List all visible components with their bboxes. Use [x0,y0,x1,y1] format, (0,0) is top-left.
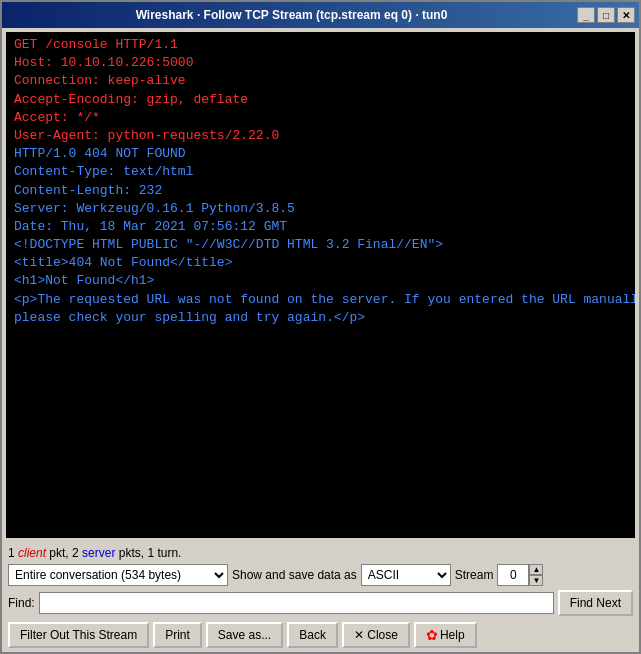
spin-buttons: ▲ ▼ [529,564,543,586]
content-line: GET /console HTTP/1.1 [14,36,627,54]
encoding-dropdown[interactable]: ASCII Hex Dump C Arrays Raw YAML [361,564,451,586]
find-input[interactable] [39,592,554,614]
stats-suffix: pkts, 1 turn. [115,546,181,560]
stream-spinner: ▲ ▼ [497,564,543,586]
action-row: Filter Out This Stream Print Save as... … [8,622,633,648]
conversation-dropdown[interactable]: Entire conversation (534 bytes) [8,564,228,586]
controls-row: Entire conversation (534 bytes) Show and… [8,564,633,586]
bottom-panel: 1 client pkt, 2 server pkts, 1 turn. Ent… [2,542,639,652]
close-button-action[interactable]: ✕ Close [342,622,410,648]
content-line: Content-Length: 232 [14,182,627,200]
stream-down-button[interactable]: ▼ [529,575,543,586]
content-line: <!DOCTYPE HTML PUBLIC "-//W3C//DTD HTML … [14,236,627,254]
content-line: <h1>Not Found</h1> [14,272,627,290]
help-icon: ✿ [426,627,438,643]
find-label: Find: [8,596,35,610]
main-window: Wireshark · Follow TCP Stream (tcp.strea… [0,0,641,654]
content-line: Date: Thu, 18 Mar 2021 07:56:12 GMT [14,218,627,236]
content-line: User-Agent: python-requests/2.22.0 [14,127,627,145]
stats-server: server [82,546,115,560]
filter-out-button[interactable]: Filter Out This Stream [8,622,149,648]
stats-row: 1 client pkt, 2 server pkts, 1 turn. [8,546,633,560]
title-bar-buttons: _ □ ✕ [577,7,635,23]
content-line: Host: 10.10.10.226:5000 [14,54,627,72]
help-button[interactable]: ✿ Help [414,622,477,648]
stream-up-button[interactable]: ▲ [529,564,543,575]
content-line: Server: Werkzeug/0.16.1 Python/3.8.5 [14,200,627,218]
title-bar: Wireshark · Follow TCP Stream (tcp.strea… [2,2,639,28]
back-button[interactable]: Back [287,622,338,648]
stats-prefix: 1 [8,546,18,560]
content-line: Connection: keep-alive [14,72,627,90]
content-line: Accept: */* [14,109,627,127]
find-row: Find: Find Next [8,590,633,616]
content-line: Content-Type: text/html [14,163,627,181]
content-line: HTTP/1.0 404 NOT FOUND [14,145,627,163]
show-save-label: Show and save data as [232,568,357,582]
close-button[interactable]: ✕ [617,7,635,23]
print-button[interactable]: Print [153,622,202,648]
save-as-button[interactable]: Save as... [206,622,283,648]
find-next-button[interactable]: Find Next [558,590,633,616]
content-line: Accept-Encoding: gzip, deflate [14,91,627,109]
content-line: <p>The requested URL was not found on th… [14,291,627,309]
maximize-button[interactable]: □ [597,7,615,23]
stream-value-input[interactable] [497,564,529,586]
stats-client: client [18,546,46,560]
content-line: <title>404 Not Found</title> [14,254,627,272]
stream-label: Stream [455,568,494,582]
stats-middle: pkt, 2 [46,546,82,560]
tcp-stream-content: GET /console HTTP/1.1Host: 10.10.10.226:… [6,32,635,538]
minimize-button[interactable]: _ [577,7,595,23]
content-line: please check your spelling and try again… [14,309,627,327]
title-bar-text: Wireshark · Follow TCP Stream (tcp.strea… [6,8,577,22]
help-label: Help [440,628,465,642]
